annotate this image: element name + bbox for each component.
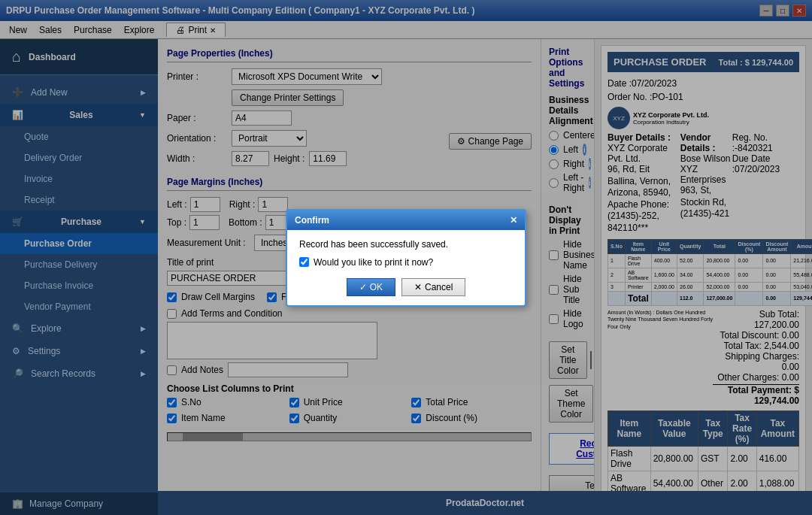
cancel-label: Cancel: [425, 282, 453, 292]
confirm-dialog: Confirm ✕ Record has been successfully s…: [286, 209, 526, 307]
cancel-button[interactable]: ✕ Cancel: [401, 278, 465, 296]
print-now-checkbox[interactable]: [299, 257, 309, 267]
cancel-x-icon: ✕: [414, 282, 422, 292]
ok-button[interactable]: ✓ OK: [347, 278, 395, 296]
modal-body: Record has been successfully saved. Woul…: [287, 230, 525, 305]
modal-title-bar: Confirm ✕: [287, 211, 525, 230]
modal-checkbox-row: Would you like to print it now?: [299, 257, 513, 268]
modal-buttons: ✓ OK ✕ Cancel: [299, 278, 513, 296]
ok-label: OK: [370, 282, 383, 292]
modal-title: Confirm: [295, 215, 329, 226]
ok-checkmark-icon: ✓: [359, 282, 367, 292]
print-now-label: Would you like to print it now?: [314, 257, 433, 268]
modal-overlay: Confirm ✕ Record has been successfully s…: [0, 0, 812, 515]
modal-message: Record has been successfully saved.: [299, 239, 513, 250]
modal-close-icon[interactable]: ✕: [510, 215, 517, 226]
